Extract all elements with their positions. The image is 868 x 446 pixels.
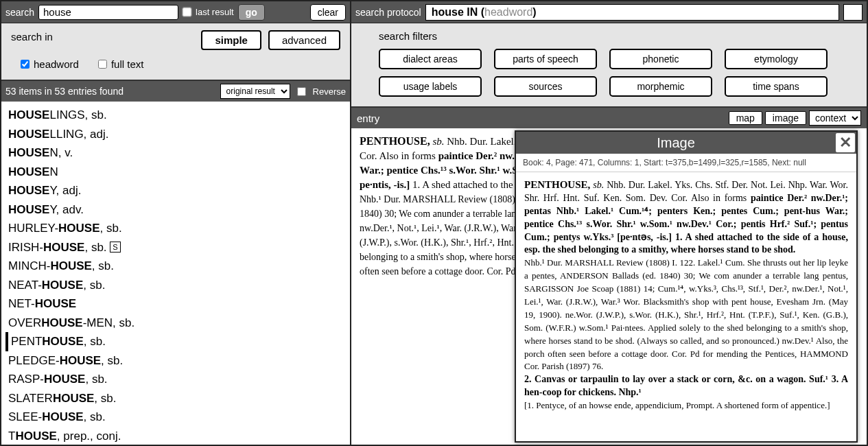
search-bar: search last result go clear	[1, 1, 350, 23]
list-item[interactable]: HURLEY-HOUSE, sb.	[5, 219, 347, 238]
list-item[interactable]: PLEDGE-HOUSE, sb.	[5, 351, 347, 371]
mode-advanced-button[interactable]: advanced	[268, 30, 340, 50]
protocol-dropdown-button[interactable]	[843, 4, 863, 21]
fulltext-option[interactable]: full text	[98, 58, 144, 70]
results-bar: 53 items in 53 entries found original re…	[1, 81, 350, 102]
protocol-field[interactable]: house IN (headword)	[425, 4, 839, 21]
image-popup: Image ✕ Book: 4, Page: 471, Columns: 1, …	[515, 130, 858, 443]
list-item[interactable]: HOUSEY, adv.	[5, 200, 347, 220]
image-popup-body[interactable]: PENTHOUSE, sb. Nhb. Dur. Lakel. Yks. Chs…	[516, 172, 856, 441]
protocol-bar: search protocol house IN (headword)	[351, 1, 867, 23]
close-icon[interactable]: ✕	[836, 133, 855, 152]
filter-usage-labels[interactable]: usage labels	[379, 76, 482, 97]
reverse-label: Reverse	[313, 86, 346, 97]
entry-headword: PENTHOUSE,	[360, 135, 430, 147]
filter-time-spans[interactable]: time spans	[725, 76, 828, 97]
search-input[interactable]	[38, 5, 178, 20]
search-in-panel: search in simple advanced headword full …	[1, 23, 350, 81]
list-item[interactable]: SLEE-HOUSE, sb.	[5, 408, 347, 427]
search-in-title: search in	[11, 31, 53, 43]
list-item[interactable]: HOUSELLING, adj.	[5, 125, 347, 144]
list-item[interactable]: NEAT-HOUSE, sb.	[5, 276, 347, 295]
list-item[interactable]: THOUSE, prep., conj.	[5, 427, 347, 445]
list-item[interactable]: MINCH-HOUSE, sb.	[5, 257, 347, 276]
last-result-checkbox[interactable]	[182, 7, 191, 16]
list-item[interactable]: NET-HOUSE	[5, 294, 347, 314]
sort-select[interactable]: original result	[220, 84, 290, 99]
list-item[interactable]: IRISH-HOUSE, sb. S	[5, 238, 347, 257]
list-item[interactable]: PENTHOUSE, sb.	[5, 332, 347, 351]
image-button[interactable]: image	[765, 111, 806, 125]
context-select[interactable]: context	[809, 110, 861, 126]
list-item[interactable]: SLATERHOUSE, sb.	[5, 389, 347, 408]
list-item[interactable]: HOUSEN	[5, 163, 347, 182]
entry-bar: entry map image context	[351, 108, 867, 128]
list-item[interactable]: RASP-HOUSE, sb.	[5, 370, 347, 389]
list-item[interactable]: HOUSELINGS, sb.	[5, 106, 347, 125]
headword-option[interactable]: headword	[21, 58, 79, 70]
results-count: 53 items in 53 entries found	[5, 86, 213, 97]
last-result-label: last result	[196, 7, 234, 17]
headword-checkbox[interactable]	[21, 60, 30, 69]
list-item[interactable]: HOUSEN, v.	[5, 143, 347, 163]
entry-label: entry	[357, 113, 726, 124]
fulltext-checkbox[interactable]	[98, 60, 107, 69]
entry-forms-label: Also in forms	[379, 150, 436, 161]
map-button[interactable]: map	[729, 111, 762, 125]
filter-dialect-areas[interactable]: dialect areas	[379, 49, 482, 69]
go-button[interactable]: go	[238, 4, 265, 21]
filter-parts-of-speech[interactable]: parts of speech	[494, 49, 597, 69]
filters-panel: search filters dialect areasparts of spe…	[351, 23, 867, 108]
list-item[interactable]: HOUSEY, adj.	[5, 181, 347, 200]
list-item[interactable]: OVERHOUSE-MEN, sb.	[5, 314, 347, 333]
reverse-checkbox[interactable]	[297, 87, 306, 96]
image-popup-title: Image	[516, 135, 836, 151]
search-label: search	[5, 7, 34, 18]
results-list[interactable]: HOUSELINGS, sb.HOUSELLING, adj.HOUSEN, v…	[1, 102, 350, 445]
protocol-label: search protocol	[355, 7, 421, 18]
entry-pos: sb.	[432, 136, 444, 147]
clear-button[interactable]: clear	[310, 4, 346, 21]
filter-sources[interactable]: sources	[494, 76, 597, 97]
filter-phonetic[interactable]: phonetic	[609, 49, 712, 69]
mode-simple-button[interactable]: simple	[201, 30, 261, 50]
filters-title: search filters	[379, 30, 854, 42]
image-popup-header[interactable]: Image ✕	[516, 132, 856, 154]
filter-etymology[interactable]: etymology	[725, 49, 828, 69]
filter-morphemic[interactable]: morphemic	[609, 76, 712, 97]
image-popup-meta: Book: 4, Page: 471, Columns: 1, Start: t…	[516, 154, 856, 172]
